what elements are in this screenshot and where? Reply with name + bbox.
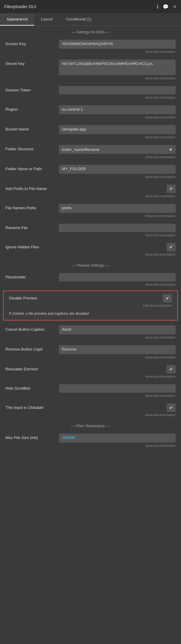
folder-name-input[interactable]: MY_FOLDER	[59, 165, 176, 174]
clickable-label: This Input is Clickable	[5, 403, 57, 410]
region-doc[interactable]: show documentation	[0, 114, 181, 121]
max-file-size-value: 100000	[59, 434, 176, 443]
region-input[interactable]: eu-central-1	[59, 105, 176, 114]
disable-preview-note: If cheked, a file preview and captions a…	[4, 310, 177, 317]
access-key-field: Access Key AKIA5MNONVHH5AQS6FX6 show doc…	[0, 37, 181, 56]
disable-preview-label: Disable Preview	[9, 294, 60, 300]
folder-structure-doc[interactable]: show documentation	[0, 154, 181, 161]
session-token-label: Session Token	[5, 86, 57, 92]
placeholder-value	[59, 273, 176, 281]
file-names-prefix-doc[interactable]: show documentation	[0, 213, 181, 220]
bucket-name-value: zeroqode-app	[59, 125, 176, 134]
ignore-hidden-value: ✔	[59, 243, 176, 251]
ignore-hidden-checkbox[interactable]: ✔	[167, 243, 176, 251]
remove-button-label: Remove Button Capti	[5, 345, 57, 351]
titlebar: Fileuploader GUI ℹ 💬 ✕	[0, 0, 181, 13]
session-token-input[interactable]	[59, 86, 176, 94]
hide-scrollbar-doc[interactable]: show documentation	[0, 393, 181, 400]
max-file-size-text: 100000	[62, 435, 75, 440]
add-prefix-doc[interactable]: show documentation	[0, 193, 181, 200]
tab-layout[interactable]: Layout	[34, 13, 59, 26]
placeholder-input[interactable]	[59, 273, 176, 281]
add-prefix-checkbox[interactable]: ✔	[167, 185, 176, 193]
region-value: eu-central-1	[59, 105, 176, 114]
resizable-checkbox[interactable]: ✔	[167, 365, 176, 373]
titlebar-icons: ℹ 💬 ✕	[157, 4, 177, 10]
placeholder-doc[interactable]: show documentation	[0, 281, 181, 289]
rename-file-field: Rename File show documentation	[0, 221, 181, 239]
bucket-name-doc[interactable]: show documentation	[0, 134, 181, 141]
session-token-doc[interactable]: show documentation	[0, 94, 181, 102]
file-names-prefix-label: File Names Prefix	[5, 204, 57, 210]
rename-file-label: Rename File	[5, 224, 57, 230]
resizable-doc[interactable]: show documentation	[0, 373, 181, 381]
bucket-name-label: Bucket Name	[5, 125, 57, 131]
content-area: -----Settings for AWS----- Access Key AK…	[0, 26, 181, 450]
disable-preview-doc[interactable]: hide documentation	[4, 302, 177, 310]
clickable-value: ✔	[59, 403, 176, 412]
secret-key-value: Nh7deT1J6Uq0kzAHtxF92JXsu4MHEx/HR1HCCyzL	[59, 60, 176, 75]
files-section-header: -----Files' Restrictions-----	[0, 420, 181, 431]
max-file-size-label: Max File Size (mb)	[5, 434, 57, 440]
hide-scrollbar-value	[59, 384, 176, 393]
secret-key-input[interactable]: Nh7deT1J6Uq0kzAHtxF92JXsu4MHEx/HR1HCCyzL	[59, 60, 176, 75]
preview-section-header: -----Preview Settings-----	[0, 259, 181, 270]
cancel-button-doc[interactable]: show documentation	[0, 334, 181, 342]
access-key-input[interactable]: AKIA5MNONVHH5AQS6FX6	[59, 40, 176, 49]
secret-key-label: Secret Key	[5, 60, 57, 66]
region-label: Region	[5, 105, 57, 112]
ignore-hidden-field: Ignore Hidden Files ✔ show documentation	[0, 240, 181, 259]
max-file-size-input[interactable]: 100000	[59, 434, 176, 443]
secret-key-doc[interactable]: show documentation	[0, 75, 181, 82]
hide-scrollbar-field: Hide ScrollBar show documentation	[0, 381, 181, 400]
resizable-value: ✔	[59, 365, 176, 373]
cancel-button-field: Cancel Button Caption Abort show documen…	[0, 322, 181, 342]
region-field: Region eu-central-1 show documentation	[0, 102, 181, 121]
chat-icon[interactable]: 💬	[163, 4, 169, 10]
bucket-name-field: Bucket Name zeroqode-app show documentat…	[0, 122, 181, 141]
bucket-name-input[interactable]: zeroqode-app	[59, 125, 176, 134]
folder-structure-field: Folder Structure folder_name/filename ▼ …	[0, 142, 181, 161]
remove-button-value: Remove	[59, 345, 176, 354]
tab-conditional[interactable]: Conditional (1)	[59, 13, 98, 26]
folder-structure-select[interactable]: folder_name/filename ▼	[59, 145, 176, 154]
hide-scrollbar-input[interactable]	[59, 384, 176, 393]
file-names-prefix-field: File Names Prefix prefix show documentat…	[0, 201, 181, 220]
resizable-label: Resizable Element	[5, 365, 57, 371]
max-file-size-doc[interactable]: show documentation	[0, 443, 181, 450]
clickable-field: This Input is Clickable ✔ show documenta…	[0, 400, 181, 419]
placeholder-field: Placeholder show documentation	[0, 270, 181, 289]
disable-preview-section: Disable Preview ✔ hide documentation If …	[3, 290, 178, 320]
folder-name-field: Folder Name or Path MY_FOLDER show docum…	[0, 162, 181, 181]
disable-preview-checkbox[interactable]: ✔	[163, 294, 172, 302]
ignore-hidden-doc[interactable]: show documentation	[0, 251, 181, 259]
max-file-size-field: Max File Size (mb) 100000 show documenta…	[0, 431, 181, 450]
close-icon[interactable]: ✕	[173, 4, 177, 10]
cancel-button-input[interactable]: Abort	[59, 325, 176, 334]
remove-button-input[interactable]: Remove	[59, 345, 176, 354]
folder-name-doc[interactable]: show documentation	[0, 174, 181, 181]
session-token-value	[59, 86, 176, 94]
dropdown-arrow-icon: ▼	[169, 147, 173, 152]
add-prefix-value: ✔	[59, 185, 176, 193]
aws-section-header: -----Settings for AWS-----	[0, 26, 181, 37]
folder-structure-value: folder_name/filename ▼	[59, 145, 176, 154]
file-names-prefix-input[interactable]: prefix	[59, 204, 176, 213]
access-key-doc[interactable]: show documentation	[0, 49, 181, 56]
remove-button-doc[interactable]: show documentation	[0, 354, 181, 361]
app-title: Fileuploader GUI	[4, 4, 36, 9]
rename-file-doc[interactable]: show documentation	[0, 232, 181, 239]
remove-button-field: Remove Button Capti Remove show document…	[0, 342, 181, 361]
placeholder-label: Placeholder	[5, 273, 57, 279]
clickable-doc[interactable]: show documentation	[0, 412, 181, 419]
info-icon[interactable]: ℹ	[157, 4, 158, 10]
secret-key-field: Secret Key Nh7deT1J6Uq0kzAHtxF92JXsu4MHE…	[0, 57, 181, 82]
rename-file-value	[59, 224, 176, 232]
add-prefix-label: Add Prefix to File Name	[5, 185, 57, 191]
cancel-button-label: Cancel Button Caption	[5, 325, 57, 332]
rename-file-input[interactable]	[59, 224, 176, 232]
tab-appearance[interactable]: Appearance	[0, 13, 34, 26]
clickable-checkbox[interactable]: ✔	[167, 403, 176, 412]
folder-structure-label: Folder Structure	[5, 145, 57, 151]
access-key-label: Access Key	[5, 40, 57, 46]
